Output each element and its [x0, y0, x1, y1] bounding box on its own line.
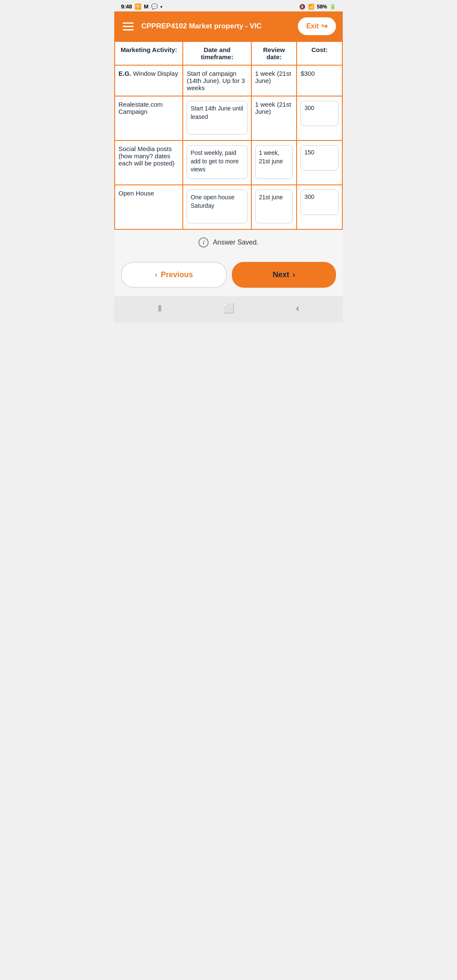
dot-icon: •: [160, 3, 162, 10]
row3-cost-cell: [297, 185, 342, 229]
exit-button[interactable]: Exit ↪: [298, 17, 336, 35]
row2-timeframe-input[interactable]: [187, 145, 247, 179]
example-activity: E.G. Window Display: [115, 65, 183, 96]
bottom-nav-bar: ⦀ ⬜ ‹: [114, 296, 343, 322]
row1-cost-input[interactable]: [300, 101, 339, 126]
row1-activity: Realestate.com Campaign: [115, 96, 183, 140]
row1-review: 1 week (21st June): [251, 96, 297, 140]
content-area: Marketing Activity: Date and timeframe: …: [114, 41, 343, 230]
header: CPPREP4102 Market property - VIC Exit ↪: [114, 11, 343, 41]
previous-icon: ‹: [155, 270, 157, 279]
table-row: Social Media posts (how many? dates each…: [115, 140, 342, 185]
answer-saved-bar: i Answer Saved.: [114, 230, 343, 255]
header-title: CPPREP4102 Market property - VIC: [141, 22, 292, 31]
row1-timeframe-cell: [183, 96, 251, 140]
row2-activity: Social Media posts (how many? dates each…: [115, 140, 183, 185]
row2-review-input[interactable]: [255, 145, 293, 179]
recent-apps-icon[interactable]: ⦀: [158, 303, 162, 314]
mute-icon: 🔇: [299, 4, 306, 10]
info-icon: i: [198, 237, 209, 248]
row3-timeframe-cell: [183, 185, 251, 229]
row3-review-input[interactable]: [255, 190, 293, 223]
time: 9:48: [121, 3, 132, 10]
messenger-icon: 💬: [151, 3, 158, 10]
exit-label: Exit: [306, 22, 319, 30]
status-right: 🔇 📶 58% 🔋: [299, 4, 336, 10]
previous-label: Previous: [161, 270, 193, 279]
next-button[interactable]: Next ›: [232, 262, 336, 288]
previous-button[interactable]: ‹ Previous: [121, 262, 227, 288]
col-header-cost: Cost:: [297, 41, 342, 65]
row2-review-cell: [251, 140, 297, 185]
row3-timeframe-input[interactable]: [187, 190, 247, 223]
hamburger-line: [123, 26, 134, 27]
row1-cost-cell: [297, 96, 342, 140]
marketing-table: Marketing Activity: Date and timeframe: …: [114, 41, 343, 230]
row2-cost-cell: [297, 140, 342, 185]
row2-cost-input[interactable]: [300, 145, 339, 171]
row3-cost-input[interactable]: [300, 190, 339, 215]
hamburger-line: [123, 29, 134, 30]
next-label: Next: [273, 270, 289, 279]
example-review: 1 week (21st June): [251, 65, 297, 96]
battery-icon: 🔋: [330, 4, 336, 10]
hamburger-line: [123, 22, 134, 24]
wifi-icon: 🛜: [135, 3, 141, 10]
row3-review-cell: [251, 185, 297, 229]
example-row: E.G. Window Display Start of campaign (1…: [115, 65, 342, 96]
eg-activity-text: Window Display: [133, 70, 178, 77]
table-row: Realestate.com Campaign 1 week (21st Jun…: [115, 96, 342, 140]
example-timeframe: Start of campaign (14th June). Up for 3 …: [183, 65, 251, 96]
signal-icon: 📶: [308, 4, 314, 10]
next-icon: ›: [293, 270, 295, 279]
back-icon[interactable]: ‹: [296, 303, 299, 314]
col-header-activity: Marketing Activity:: [115, 41, 183, 65]
row3-activity: Open House: [115, 185, 183, 229]
row1-timeframe-input[interactable]: [187, 101, 247, 135]
row2-timeframe-cell: [183, 140, 251, 185]
col-header-timeframe: Date and timeframe:: [183, 41, 251, 65]
table-header-row: Marketing Activity: Date and timeframe: …: [115, 41, 342, 65]
status-bar: 9:48 🛜 M 💬 • 🔇 📶 58% 🔋: [114, 0, 343, 11]
example-cost: $300: [297, 65, 342, 96]
table-row: Open House: [115, 185, 342, 229]
home-icon[interactable]: ⬜: [223, 303, 234, 314]
answer-saved-text: Answer Saved.: [213, 239, 259, 246]
exit-icon: ↪: [321, 22, 328, 31]
hamburger-button[interactable]: [121, 21, 135, 32]
navigation-buttons: ‹ Previous Next ›: [114, 255, 343, 296]
gmail-icon: M: [144, 3, 149, 10]
status-left: 9:48 🛜 M 💬 •: [121, 3, 162, 10]
battery-label: 58%: [317, 4, 327, 10]
col-header-review: Review date:: [251, 41, 297, 65]
eg-label: E.G.: [118, 70, 131, 77]
